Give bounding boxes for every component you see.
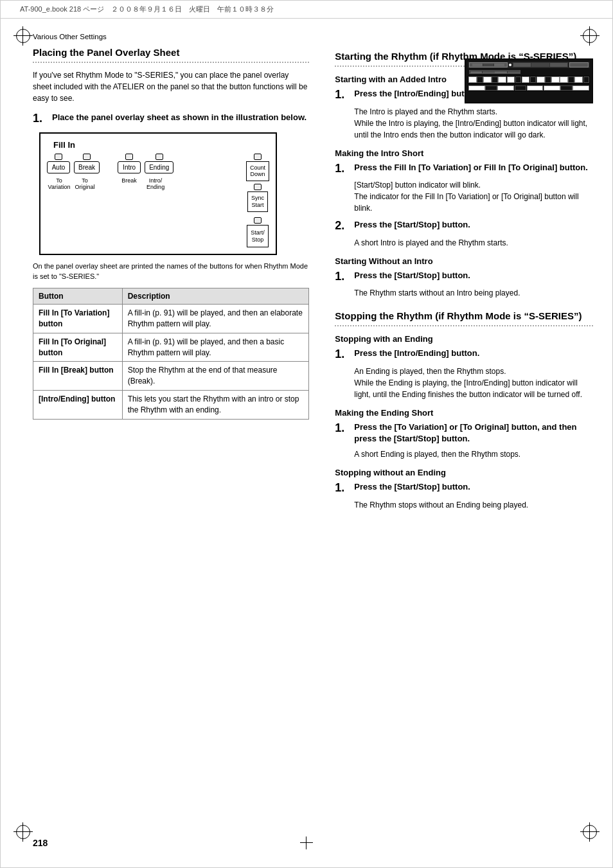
dotted-divider-right-2 (335, 325, 593, 326)
break-btn: Break (74, 161, 100, 173)
to-labels: ToVariation ToOriginal (47, 177, 100, 190)
right-step-0-0-desc: The Intro is played and the Rhythm start… (354, 106, 593, 141)
right-stop-step-0-0-text: Press the [Intro/Ending] button. (354, 348, 479, 359)
step1: 1. Place the panel overlay sheet as show… (33, 112, 309, 126)
right-step-1-1-text: Press the [Start/Stop] button. (354, 219, 470, 231)
panel-overlay-illustration: Fill In Auto Break (39, 132, 277, 256)
table-cell-desc-1: A fill-in (p. 91) will be played, and th… (122, 333, 309, 362)
table-cell-desc-2: Stop the Rhythm at the end of that measu… (122, 362, 309, 391)
top-bar: AT-900_e.book 218 ページ ２００８年９月１６日 火曜日 午前１… (1, 1, 612, 19)
left-buttons-group: Auto Break ToVariation ToOriginal (47, 154, 100, 190)
page-number: 218 (33, 838, 48, 848)
right-stop-step-1-0-desc: A short Ending is played, then the Rhyth… (354, 448, 593, 460)
right-step-2-0-num: 1. (335, 270, 351, 284)
button-description-table: Button Description Fill In [To Variation… (33, 288, 309, 419)
right-stop-step-0-0-num: 1. (335, 348, 351, 362)
reg-mark-br (580, 822, 600, 842)
section-label-area: Various Other Settings (33, 31, 309, 42)
table-row: Fill In [To Variation] button A fill-in … (33, 305, 309, 333)
reg-mark-bl (13, 822, 33, 842)
auto-led (55, 154, 62, 160)
intro-text: If you've set Rhythm Mode to "S-SERIES,"… (33, 69, 309, 104)
step1-text: Place the panel overlay sheet as shown i… (52, 112, 306, 123)
table-row: Fill In [Break] button Stop the Rhythm a… (33, 362, 309, 391)
section-label: Various Other Settings (33, 33, 107, 40)
table-header-description: Description (122, 288, 309, 305)
left-column: Various Other Settings Placing the Panel… (33, 31, 322, 516)
right-step-0-0-num: 1. (335, 88, 351, 102)
right-buttons-group: CountDown SyncStart Start/Stop (246, 154, 269, 248)
count-down-led (254, 154, 262, 160)
table-row: [Intro/Ending] button This lets you star… (33, 390, 309, 419)
right-step-2-0: 1. Press the [Start/Stop] button. (335, 270, 593, 284)
count-down-btn: CountDown (246, 161, 269, 182)
start-stop-btn: Start/Stop (247, 225, 269, 248)
intro-led (125, 154, 133, 160)
break-led (83, 154, 91, 160)
right-stop-step-1-0-num: 1. (335, 421, 351, 436)
break-label: Break (118, 177, 141, 190)
table-cell-button-1: Fill In [To Original] button (33, 333, 123, 362)
table-cell-desc-0: A fill-in (p. 91) will be played, and th… (122, 305, 309, 333)
reg-mark-tl (13, 26, 33, 46)
device-illustration (465, 58, 593, 110)
right-stop-step-2-0-desc: The Rhythm stops without an Ending being… (354, 499, 593, 511)
step1-number: 1. (33, 112, 49, 126)
right-step-0-0-text: Press the [Intro/Ending] button. (354, 88, 479, 100)
table-cell-button-2: Fill In [Break] button (33, 362, 123, 391)
subsection-heading-stop-1: Making the Ending Short (335, 408, 593, 418)
right-step-1-1-num: 2. (335, 219, 351, 233)
intro-ending-label: Intro/Ending (142, 177, 169, 190)
right-step-2-0-text: Press the [Start/Stop] button. (354, 270, 470, 281)
right-step-2-0-desc: The Rhythm starts without an Intro being… (354, 287, 593, 299)
ending-btn: Ending (145, 161, 173, 173)
subsection-heading-stop-0: Stopping with an Ending (335, 334, 593, 344)
bottom-center-mark (300, 837, 313, 849)
table-row: Fill In [To Original] button A fill-in (… (33, 333, 309, 362)
right-spacer (335, 31, 593, 46)
right-step-1-0-num: 1. (335, 162, 351, 176)
table-cell-desc-3: This lets you start the Rhythm with an i… (122, 390, 309, 419)
right-heading-2: Stopping the Rhythm (if Rhythm Mode is “… (335, 310, 593, 321)
subsection-heading-1: Making the Intro Short (335, 148, 593, 158)
center-labels: Break Intro/Ending (118, 177, 173, 190)
table-cell-button-3: [Intro/Ending] button (33, 390, 123, 419)
right-stop-step-2-0-text: Press the [Start/Stop] button. (354, 481, 470, 493)
auto-btn: Auto (47, 161, 70, 173)
right-stop-step-2-0: 1. Press the [Start/Stop] button. (335, 481, 593, 495)
sync-start-led (254, 184, 262, 190)
right-step-1-1: 2. Press the [Start/Stop] button. (335, 219, 593, 233)
dotted-divider-left (33, 62, 309, 63)
intro-btn: Intro (118, 161, 141, 173)
table-cell-button-0: Fill In [To Variation] button (33, 305, 123, 333)
subsection-heading-2: Starting Without an Intro (335, 256, 593, 266)
right-stop-step-0-0-desc: An Ending is played, then the Rhythm sto… (354, 366, 593, 400)
right-step-1-1-desc: A short Intro is played and the Rhythm s… (354, 237, 593, 249)
caption-text: On the panel overlay sheet are printed t… (33, 261, 309, 281)
start-stop-led (254, 217, 262, 224)
fill-in-label: Fill In (47, 140, 269, 150)
right-step-1-0: 1. Press the Fill In [To Variation] or F… (335, 162, 593, 176)
subsection-heading-stop-2: Stopping without an Ending (335, 468, 593, 477)
left-heading: Placing the Panel Overlay Sheet (33, 47, 309, 58)
right-stop-step-2-0-num: 1. (335, 481, 351, 495)
right-stop-step-0-0: 1. Press the [Intro/Ending] button. (335, 348, 593, 362)
sync-start-btn: SyncStart (247, 191, 268, 212)
to-original-label: ToOriginal (73, 177, 97, 190)
reg-mark-tr (580, 26, 600, 46)
file-info: AT-900_e.book 218 ページ ２００８年９月１６日 火曜日 午前１… (20, 4, 274, 14)
table-header-button: Button (33, 288, 123, 305)
right-step-1-0-desc: [Start/Stop] button indicator will blink… (354, 179, 593, 214)
ending-led (155, 154, 163, 160)
right-stop-step-1-0-text: Press the [To Variation] or [To Original… (354, 421, 593, 445)
center-buttons-group: Intro Ending Break Intro/Ending (118, 154, 173, 190)
to-variation-label: ToVariation (47, 177, 71, 190)
right-stop-step-1-0: 1. Press the [To Variation] or [To Origi… (335, 421, 593, 445)
right-step-1-0-text: Press the Fill In [To Variation] or Fill… (354, 162, 588, 173)
page: AT-900_e.book 218 ページ ２００８年９月１６日 火曜日 午前１… (0, 0, 613, 868)
